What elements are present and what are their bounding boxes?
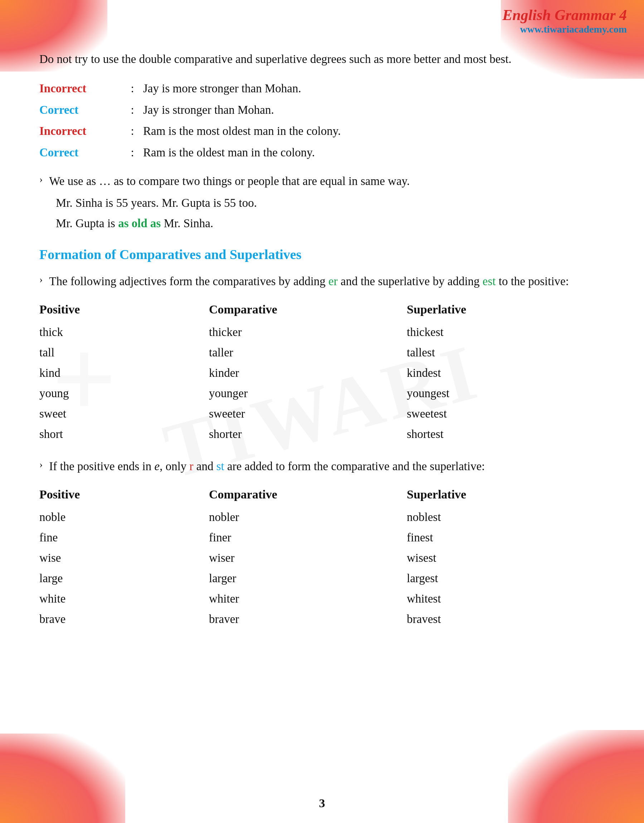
table-row: noblenoblernoblest	[39, 506, 605, 527]
table-cell: sweet	[39, 404, 209, 424]
example-text-4: Ram is the oldest man in the colony.	[143, 144, 605, 162]
table1-header-positive: Positive	[39, 299, 209, 321]
bullet3-post: are added to form the comparative and th…	[224, 460, 485, 473]
table-cell: wisest	[407, 548, 605, 568]
example-text-1: Jay is more stronger than Mohan.	[143, 80, 605, 98]
bullet-section-3: › If the positive ends in e, only r and …	[39, 457, 605, 475]
table-row: largelargerlargest	[39, 568, 605, 589]
bullet3-r: r	[190, 460, 193, 473]
table-cell: youngest	[407, 383, 605, 404]
label-incorrect-1: Incorrect	[39, 80, 122, 98]
table-cell: kind	[39, 363, 209, 383]
bullet-content-2: The following adjectives form the compar…	[49, 272, 605, 291]
bullet3-mid2: and	[193, 460, 216, 473]
example-row-1: Incorrect : Jay is more stronger than Mo…	[39, 80, 605, 98]
table-cell: thicker	[209, 321, 407, 342]
table-row: sweetsweetersweetest	[39, 404, 605, 424]
example-row-3: Incorrect : Ram is the most oldest man i…	[39, 123, 605, 140]
label-correct-2: Correct	[39, 144, 122, 162]
bullet-arrow-2: ›	[39, 274, 43, 285]
sub-text-2-highlight: as old as	[118, 217, 161, 230]
table-cell: whitest	[407, 589, 605, 609]
bullet2-pre: The following adjectives form the compar…	[49, 275, 328, 288]
table-cell: noblest	[407, 506, 605, 527]
bg-decoration-bottom-left	[0, 734, 125, 823]
table-cell: thick	[39, 321, 209, 342]
bullet-content-1: We use as … as to compare two things or …	[49, 172, 605, 190]
examples-table: Incorrect : Jay is more stronger than Mo…	[39, 80, 605, 161]
example-text-2: Jay is stronger than Mohan.	[143, 101, 605, 119]
table-cell: younger	[209, 383, 407, 404]
colon-1: :	[122, 80, 143, 98]
table-cell: kinder	[209, 363, 407, 383]
bullet-section-2: › The following adjectives form the comp…	[39, 272, 605, 291]
example-text-3: Ram is the most oldest man in the colony…	[143, 123, 605, 140]
table-cell: whiter	[209, 589, 407, 609]
table-cell: shortest	[407, 424, 605, 444]
table-cell: young	[39, 383, 209, 404]
sub-text-2-pre: Mr. Gupta is	[56, 217, 118, 230]
table-cell: white	[39, 589, 209, 609]
table-row: youngyoungeryoungest	[39, 383, 605, 404]
sub-text-2-post: Mr. Sinha.	[161, 217, 213, 230]
table-cell: fine	[39, 527, 209, 548]
label-incorrect-2: Incorrect	[39, 123, 122, 140]
example-row-4: Correct : Ram is the oldest man in the c…	[39, 144, 605, 162]
main-content: Do not try to use the double comparative…	[39, 50, 605, 642]
table-cell: tall	[39, 342, 209, 363]
table-row: wisewiserwisest	[39, 548, 605, 568]
table-cell: sweeter	[209, 404, 407, 424]
table-cell: largest	[407, 568, 605, 589]
table-cell: tallest	[407, 342, 605, 363]
header-title: English Grammar 4	[502, 6, 627, 24]
header: English Grammar 4 www.tiwariacademy.com	[502, 0, 644, 39]
bullet3-st: st	[216, 460, 224, 473]
table-cell: finer	[209, 527, 407, 548]
bullet2-er: er	[328, 275, 338, 288]
table2-header-superlative: Superlative	[407, 484, 605, 506]
table-row: whitewhiterwhitest	[39, 589, 605, 609]
table-cell: bravest	[407, 609, 605, 630]
table-cell: braver	[209, 609, 407, 630]
table-row: talltallertallest	[39, 342, 605, 363]
table-cell: brave	[39, 609, 209, 630]
bg-decoration-bottom-right	[508, 730, 644, 823]
table-cell: larger	[209, 568, 407, 589]
table-cell: thickest	[407, 321, 605, 342]
bullet-content-3: If the positive ends in e, only r and st…	[49, 457, 605, 475]
section-heading: Formation of Comparatives and Superlativ…	[39, 247, 605, 262]
bullet3-mid1: , only	[159, 460, 189, 473]
bullet2-est: est	[483, 275, 496, 288]
bullet3-pre: If the positive ends in	[49, 460, 154, 473]
bullet-arrow-1: ›	[39, 173, 43, 185]
bullet-arrow-3: ›	[39, 459, 43, 470]
table-cell: nobler	[209, 506, 407, 527]
table-cell: taller	[209, 342, 407, 363]
table-cell: noble	[39, 506, 209, 527]
table-cell: short	[39, 424, 209, 444]
table2-header-positive: Positive	[39, 484, 209, 506]
table1-header-comparative: Comparative	[209, 299, 407, 321]
table-cell: shorter	[209, 424, 407, 444]
table-cell: kindest	[407, 363, 605, 383]
table-cell: wise	[39, 548, 209, 568]
colon-2: :	[122, 101, 143, 119]
bullet-section-1: › We use as … as to compare two things o…	[39, 172, 605, 190]
bullet2-post: to the positive:	[495, 275, 569, 288]
sub-text-1: Mr. Sinha is 55 years. Mr. Gupta is 55 t…	[56, 194, 605, 212]
page-number: 3	[319, 797, 325, 810]
header-url: www.tiwariacademy.com	[502, 24, 627, 35]
bullet3-e: e	[155, 460, 160, 473]
table1-header-superlative: Superlative	[407, 299, 605, 321]
table2-header-comparative: Comparative	[209, 484, 407, 506]
colon-3: :	[122, 123, 143, 140]
example-row-2: Correct : Jay is stronger than Mohan.	[39, 101, 605, 119]
intro-paragraph: Do not try to use the double comparative…	[39, 50, 605, 68]
adjective-table-1: Positive Comparative Superlative thickth…	[39, 299, 605, 444]
table-row: thickthickerthickest	[39, 321, 605, 342]
colon-4: :	[122, 144, 143, 162]
table-row: kindkinderkindest	[39, 363, 605, 383]
sub-text-2: Mr. Gupta is as old as Mr. Sinha.	[56, 215, 605, 233]
label-correct-1: Correct	[39, 101, 122, 119]
table-cell: finest	[407, 527, 605, 548]
